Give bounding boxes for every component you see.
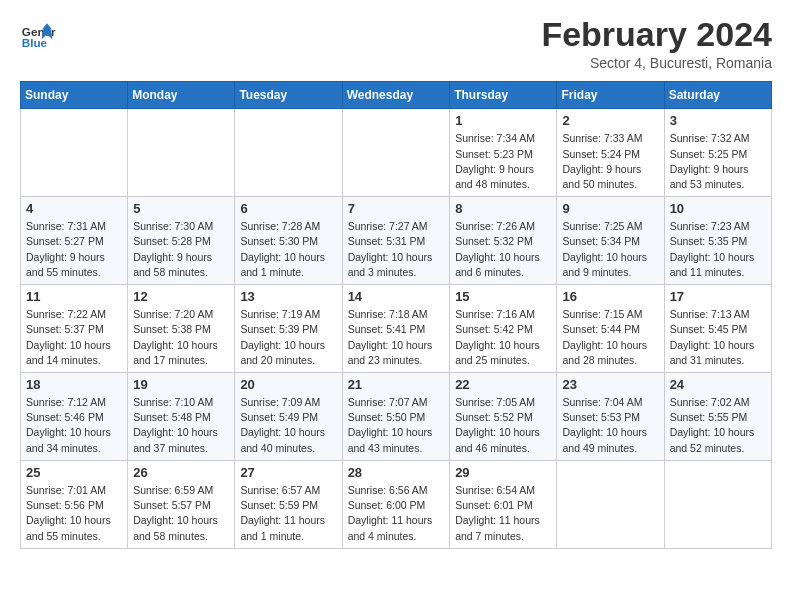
day-header-monday: Monday xyxy=(128,82,235,109)
calendar-cell: 8Sunrise: 7:26 AMSunset: 5:32 PMDaylight… xyxy=(450,197,557,285)
calendar-cell: 25Sunrise: 7:01 AMSunset: 5:56 PMDayligh… xyxy=(21,460,128,548)
cell-date-number: 5 xyxy=(133,201,229,216)
cell-date-number: 26 xyxy=(133,465,229,480)
calendar-cell: 2Sunrise: 7:33 AMSunset: 5:24 PMDaylight… xyxy=(557,109,664,197)
logo-icon: General Blue xyxy=(20,16,56,52)
calendar-cell xyxy=(128,109,235,197)
cell-date-number: 27 xyxy=(240,465,336,480)
cell-info-text: Sunrise: 7:09 AMSunset: 5:49 PMDaylight:… xyxy=(240,395,336,456)
calendar-cell: 7Sunrise: 7:27 AMSunset: 5:31 PMDaylight… xyxy=(342,197,450,285)
cell-date-number: 7 xyxy=(348,201,445,216)
calendar-cell: 17Sunrise: 7:13 AMSunset: 5:45 PMDayligh… xyxy=(664,285,771,373)
cell-info-text: Sunrise: 7:02 AMSunset: 5:55 PMDaylight:… xyxy=(670,395,766,456)
calendar-header-row: SundayMondayTuesdayWednesdayThursdayFrid… xyxy=(21,82,772,109)
cell-info-text: Sunrise: 7:22 AMSunset: 5:37 PMDaylight:… xyxy=(26,307,122,368)
cell-info-text: Sunrise: 7:10 AMSunset: 5:48 PMDaylight:… xyxy=(133,395,229,456)
header: General Blue February 2024 Sector 4, Buc… xyxy=(20,16,772,71)
calendar-cell xyxy=(557,460,664,548)
day-header-wednesday: Wednesday xyxy=(342,82,450,109)
cell-date-number: 24 xyxy=(670,377,766,392)
calendar-cell: 24Sunrise: 7:02 AMSunset: 5:55 PMDayligh… xyxy=(664,373,771,461)
calendar-cell: 21Sunrise: 7:07 AMSunset: 5:50 PMDayligh… xyxy=(342,373,450,461)
calendar-cell: 10Sunrise: 7:23 AMSunset: 5:35 PMDayligh… xyxy=(664,197,771,285)
calendar-cell xyxy=(342,109,450,197)
cell-date-number: 15 xyxy=(455,289,551,304)
calendar-cell: 13Sunrise: 7:19 AMSunset: 5:39 PMDayligh… xyxy=(235,285,342,373)
cell-info-text: Sunrise: 7:15 AMSunset: 5:44 PMDaylight:… xyxy=(562,307,658,368)
cell-info-text: Sunrise: 7:20 AMSunset: 5:38 PMDaylight:… xyxy=(133,307,229,368)
calendar-cell: 11Sunrise: 7:22 AMSunset: 5:37 PMDayligh… xyxy=(21,285,128,373)
cell-date-number: 14 xyxy=(348,289,445,304)
calendar-cell: 1Sunrise: 7:34 AMSunset: 5:23 PMDaylight… xyxy=(450,109,557,197)
calendar-week-row: 1Sunrise: 7:34 AMSunset: 5:23 PMDaylight… xyxy=(21,109,772,197)
calendar-cell: 16Sunrise: 7:15 AMSunset: 5:44 PMDayligh… xyxy=(557,285,664,373)
cell-date-number: 2 xyxy=(562,113,658,128)
calendar-cell: 29Sunrise: 6:54 AMSunset: 6:01 PMDayligh… xyxy=(450,460,557,548)
calendar-cell: 20Sunrise: 7:09 AMSunset: 5:49 PMDayligh… xyxy=(235,373,342,461)
cell-info-text: Sunrise: 7:32 AMSunset: 5:25 PMDaylight:… xyxy=(670,131,766,192)
calendar-cell: 4Sunrise: 7:31 AMSunset: 5:27 PMDaylight… xyxy=(21,197,128,285)
cell-info-text: Sunrise: 7:16 AMSunset: 5:42 PMDaylight:… xyxy=(455,307,551,368)
calendar-cell: 12Sunrise: 7:20 AMSunset: 5:38 PMDayligh… xyxy=(128,285,235,373)
cell-date-number: 11 xyxy=(26,289,122,304)
calendar-cell: 15Sunrise: 7:16 AMSunset: 5:42 PMDayligh… xyxy=(450,285,557,373)
cell-info-text: Sunrise: 6:54 AMSunset: 6:01 PMDaylight:… xyxy=(455,483,551,544)
cell-date-number: 25 xyxy=(26,465,122,480)
calendar-cell: 23Sunrise: 7:04 AMSunset: 5:53 PMDayligh… xyxy=(557,373,664,461)
cell-info-text: Sunrise: 7:34 AMSunset: 5:23 PMDaylight:… xyxy=(455,131,551,192)
cell-info-text: Sunrise: 7:13 AMSunset: 5:45 PMDaylight:… xyxy=(670,307,766,368)
cell-info-text: Sunrise: 7:05 AMSunset: 5:52 PMDaylight:… xyxy=(455,395,551,456)
calendar-cell: 22Sunrise: 7:05 AMSunset: 5:52 PMDayligh… xyxy=(450,373,557,461)
calendar-week-row: 25Sunrise: 7:01 AMSunset: 5:56 PMDayligh… xyxy=(21,460,772,548)
cell-info-text: Sunrise: 6:59 AMSunset: 5:57 PMDaylight:… xyxy=(133,483,229,544)
cell-info-text: Sunrise: 7:12 AMSunset: 5:46 PMDaylight:… xyxy=(26,395,122,456)
cell-date-number: 21 xyxy=(348,377,445,392)
cell-date-number: 8 xyxy=(455,201,551,216)
cell-date-number: 6 xyxy=(240,201,336,216)
cell-date-number: 17 xyxy=(670,289,766,304)
cell-date-number: 1 xyxy=(455,113,551,128)
cell-date-number: 19 xyxy=(133,377,229,392)
cell-info-text: Sunrise: 7:28 AMSunset: 5:30 PMDaylight:… xyxy=(240,219,336,280)
cell-info-text: Sunrise: 6:56 AMSunset: 6:00 PMDaylight:… xyxy=(348,483,445,544)
calendar-week-row: 4Sunrise: 7:31 AMSunset: 5:27 PMDaylight… xyxy=(21,197,772,285)
location-subtitle: Sector 4, Bucuresti, Romania xyxy=(541,55,772,71)
cell-date-number: 18 xyxy=(26,377,122,392)
cell-date-number: 9 xyxy=(562,201,658,216)
cell-date-number: 13 xyxy=(240,289,336,304)
day-header-thursday: Thursday xyxy=(450,82,557,109)
cell-date-number: 16 xyxy=(562,289,658,304)
calendar-cell: 18Sunrise: 7:12 AMSunset: 5:46 PMDayligh… xyxy=(21,373,128,461)
cell-info-text: Sunrise: 7:25 AMSunset: 5:34 PMDaylight:… xyxy=(562,219,658,280)
calendar-cell: 5Sunrise: 7:30 AMSunset: 5:28 PMDaylight… xyxy=(128,197,235,285)
cell-date-number: 28 xyxy=(348,465,445,480)
cell-info-text: Sunrise: 7:04 AMSunset: 5:53 PMDaylight:… xyxy=(562,395,658,456)
calendar-cell xyxy=(21,109,128,197)
cell-info-text: Sunrise: 7:23 AMSunset: 5:35 PMDaylight:… xyxy=(670,219,766,280)
day-header-saturday: Saturday xyxy=(664,82,771,109)
svg-text:Blue: Blue xyxy=(22,36,48,49)
cell-info-text: Sunrise: 7:19 AMSunset: 5:39 PMDaylight:… xyxy=(240,307,336,368)
day-header-tuesday: Tuesday xyxy=(235,82,342,109)
calendar-cell: 27Sunrise: 6:57 AMSunset: 5:59 PMDayligh… xyxy=(235,460,342,548)
day-header-friday: Friday xyxy=(557,82,664,109)
calendar-cell: 9Sunrise: 7:25 AMSunset: 5:34 PMDaylight… xyxy=(557,197,664,285)
calendar-week-row: 11Sunrise: 7:22 AMSunset: 5:37 PMDayligh… xyxy=(21,285,772,373)
day-header-sunday: Sunday xyxy=(21,82,128,109)
cell-info-text: Sunrise: 7:07 AMSunset: 5:50 PMDaylight:… xyxy=(348,395,445,456)
cell-info-text: Sunrise: 6:57 AMSunset: 5:59 PMDaylight:… xyxy=(240,483,336,544)
calendar-cell xyxy=(235,109,342,197)
month-title: February 2024 xyxy=(541,16,772,53)
calendar-cell: 19Sunrise: 7:10 AMSunset: 5:48 PMDayligh… xyxy=(128,373,235,461)
logo: General Blue xyxy=(20,16,58,52)
cell-info-text: Sunrise: 7:18 AMSunset: 5:41 PMDaylight:… xyxy=(348,307,445,368)
cell-date-number: 22 xyxy=(455,377,551,392)
calendar-cell: 26Sunrise: 6:59 AMSunset: 5:57 PMDayligh… xyxy=(128,460,235,548)
calendar-cell: 3Sunrise: 7:32 AMSunset: 5:25 PMDaylight… xyxy=(664,109,771,197)
cell-info-text: Sunrise: 7:27 AMSunset: 5:31 PMDaylight:… xyxy=(348,219,445,280)
cell-info-text: Sunrise: 7:33 AMSunset: 5:24 PMDaylight:… xyxy=(562,131,658,192)
cell-info-text: Sunrise: 7:30 AMSunset: 5:28 PMDaylight:… xyxy=(133,219,229,280)
cell-date-number: 10 xyxy=(670,201,766,216)
calendar-cell xyxy=(664,460,771,548)
cell-info-text: Sunrise: 7:31 AMSunset: 5:27 PMDaylight:… xyxy=(26,219,122,280)
